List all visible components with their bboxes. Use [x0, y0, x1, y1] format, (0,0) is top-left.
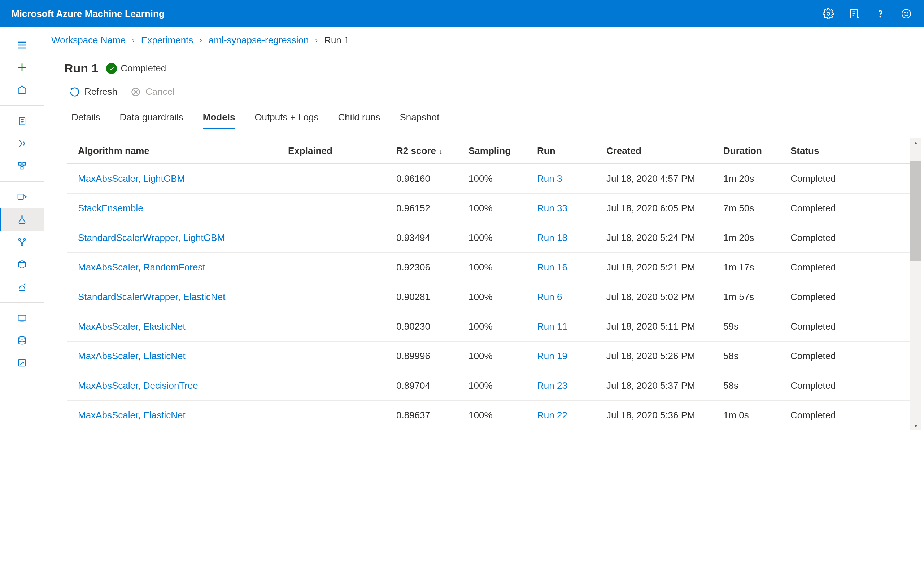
svg-rect-15 — [18, 163, 21, 165]
run-link[interactable]: Run 23 — [537, 380, 606, 391]
svg-point-0 — [827, 12, 830, 15]
run-link[interactable]: Run 22 — [537, 410, 606, 421]
col-run[interactable]: Run — [537, 145, 606, 156]
created-cell: Jul 18, 2020 5:24 PM — [606, 232, 723, 243]
tab-outputs[interactable]: Outputs + Logs — [254, 112, 318, 129]
col-sampling[interactable]: Sampling — [468, 145, 537, 156]
vertical-scrollbar[interactable]: ▴ ▾ — [910, 138, 921, 430]
checklist-icon[interactable] — [848, 8, 861, 20]
table-row[interactable]: MaxAbsScaler, LightGBM0.96160100%Run 3Ju… — [67, 164, 910, 193]
app-title: Microsoft Azure Machine Learning — [11, 8, 165, 19]
col-explained[interactable]: Explained — [288, 145, 396, 156]
smile-icon[interactable] — [900, 8, 913, 20]
created-cell: Jul 18, 2020 5:02 PM — [606, 292, 723, 303]
refresh-button[interactable]: Refresh — [69, 86, 117, 97]
top-bar-actions — [822, 8, 913, 20]
breadcrumb-experiment-name[interactable]: aml-synapse-regression — [208, 35, 309, 46]
r2-cell: 0.89637 — [396, 410, 468, 421]
run-link[interactable]: Run 19 — [537, 351, 606, 362]
breadcrumb-workspace[interactable]: Workspace Name — [51, 35, 126, 46]
table-row[interactable]: StandardScalerWrapper, LightGBM0.9349410… — [67, 223, 910, 253]
table-row[interactable]: MaxAbsScaler, DecisionTree0.89704100%Run… — [67, 371, 910, 401]
tab-models[interactable]: Models — [203, 112, 235, 129]
col-r2-score[interactable]: R2 score↓ — [396, 145, 468, 156]
algorithm-link[interactable]: StandardScalerWrapper, LightGBM — [71, 232, 288, 243]
algorithm-link[interactable]: MaxAbsScaler, RandomForest — [71, 262, 288, 273]
rail-experiments[interactable] — [0, 208, 44, 231]
run-link[interactable]: Run 33 — [537, 203, 606, 214]
tab-snapshot[interactable]: Snapshot — [400, 112, 439, 129]
table-row[interactable]: MaxAbsScaler, RandomForest0.92306100%Run… — [67, 253, 910, 282]
rail-endpoints[interactable] — [0, 276, 44, 298]
tab-guardrails[interactable]: Data guardrails — [120, 112, 183, 129]
algorithm-link[interactable]: MaxAbsScaler, ElasticNet — [71, 410, 288, 421]
r2-cell: 0.96152 — [396, 203, 468, 214]
table-row[interactable]: MaxAbsScaler, ElasticNet0.89637100%Run 2… — [67, 401, 910, 430]
rail-models[interactable] — [0, 253, 44, 276]
algorithm-link[interactable]: MaxAbsScaler, ElasticNet — [71, 351, 288, 362]
scroll-down-icon[interactable]: ▾ — [910, 422, 921, 430]
table-header: Algorithm name Explained R2 score↓ Sampl… — [67, 138, 910, 164]
run-link[interactable]: Run 11 — [537, 321, 606, 332]
sampling-cell: 100% — [468, 292, 537, 303]
svg-point-5 — [908, 12, 908, 13]
rail-menu-toggle[interactable] — [0, 34, 44, 56]
rail-datastores[interactable] — [0, 329, 44, 351]
rail-labeling[interactable] — [0, 351, 44, 374]
rail-home[interactable] — [0, 79, 44, 101]
duration-cell: 1m 0s — [723, 410, 790, 421]
sampling-cell: 100% — [468, 380, 537, 391]
refresh-icon — [69, 87, 80, 97]
gear-icon[interactable] — [822, 8, 835, 20]
run-link[interactable]: Run 18 — [537, 232, 606, 243]
algorithm-link[interactable]: MaxAbsScaler, LightGBM — [71, 173, 288, 184]
status-cell: Completed — [790, 321, 852, 332]
algorithm-link[interactable]: MaxAbsScaler, DecisionTree — [71, 380, 288, 391]
table-row[interactable]: StackEnsemble0.96152100%Run 33Jul 18, 20… — [67, 193, 910, 223]
status-label: Completed — [121, 63, 166, 74]
rail-new[interactable] — [0, 56, 44, 79]
rail-automl[interactable] — [0, 132, 44, 155]
algorithm-link[interactable]: StackEnsemble — [71, 203, 288, 214]
run-link[interactable]: Run 16 — [537, 262, 606, 273]
rail-divider — [0, 105, 44, 106]
col-created[interactable]: Created — [606, 145, 723, 156]
col-algorithm[interactable]: Algorithm name — [71, 145, 288, 156]
rail-notebooks[interactable] — [0, 110, 44, 132]
created-cell: Jul 18, 2020 5:36 PM — [606, 410, 723, 421]
run-link[interactable]: Run 3 — [537, 173, 606, 184]
rail-pipelines[interactable] — [0, 231, 44, 253]
col-duration[interactable]: Duration — [723, 145, 790, 156]
col-status[interactable]: Status — [790, 145, 852, 156]
left-rail — [0, 27, 44, 577]
table-row[interactable]: MaxAbsScaler, ElasticNet0.90230100%Run 1… — [67, 312, 910, 342]
algorithm-link[interactable]: StandardScalerWrapper, ElasticNet — [71, 292, 288, 303]
breadcrumb-experiments[interactable]: Experiments — [141, 35, 194, 46]
scroll-thumb[interactable] — [910, 161, 921, 261]
duration-cell: 1m 17s — [723, 262, 790, 273]
rail-datasets[interactable] — [0, 186, 44, 208]
tab-child-runs[interactable]: Child runs — [338, 112, 380, 129]
algorithm-link[interactable]: MaxAbsScaler, ElasticNet — [71, 321, 288, 332]
models-table: Algorithm name Explained R2 score↓ Sampl… — [67, 138, 910, 430]
sampling-cell: 100% — [468, 262, 537, 273]
table-row[interactable]: StandardScalerWrapper, ElasticNet0.90281… — [67, 282, 910, 312]
svg-line-25 — [22, 240, 24, 243]
status-cell: Completed — [790, 262, 852, 273]
r2-cell: 0.90281 — [396, 292, 468, 303]
rail-compute[interactable] — [0, 307, 44, 329]
svg-point-4 — [905, 12, 905, 13]
duration-cell: 1m 57s — [723, 292, 790, 303]
rail-designer[interactable] — [0, 155, 44, 177]
table-row[interactable]: MaxAbsScaler, ElasticNet0.89996100%Run 1… — [67, 342, 910, 371]
sampling-cell: 100% — [468, 203, 537, 214]
chevron-right-icon: › — [315, 36, 318, 44]
cancel-button: Cancel — [130, 86, 175, 97]
svg-point-3 — [902, 10, 911, 18]
tab-details[interactable]: Details — [71, 112, 100, 129]
scroll-up-icon[interactable]: ▴ — [910, 138, 921, 147]
breadcrumb: Workspace Name› Experiments › aml-synaps… — [44, 27, 924, 53]
svg-point-29 — [18, 337, 25, 339]
help-icon[interactable] — [874, 8, 887, 20]
run-link[interactable]: Run 6 — [537, 292, 606, 303]
